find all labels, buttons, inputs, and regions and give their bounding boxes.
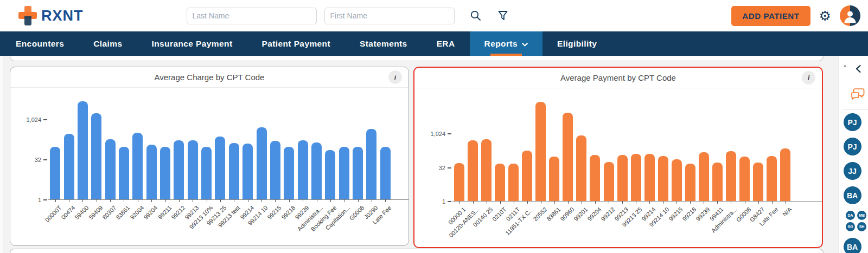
- last-name-input[interactable]: [187, 8, 317, 24]
- nav-item-eligibility[interactable]: Eligibility: [542, 31, 611, 56]
- y-tick-mark: [43, 159, 47, 160]
- sidebar-avatar-ba[interactable]: BA: [844, 186, 861, 204]
- x-tick-mark: [317, 199, 317, 202]
- bar-slot: 99212: [602, 96, 616, 201]
- x-tick-mark: [717, 201, 718, 204]
- x-tick-mark: [459, 201, 460, 204]
- x-tick-mark: [289, 199, 290, 202]
- chevron-left-icon[interactable]: [855, 64, 861, 75]
- bar-slot: 99204: [588, 96, 602, 201]
- sidebar-avatar-sh[interactable]: SH: [857, 222, 866, 231]
- nav-item-label: Statements: [360, 39, 407, 49]
- patient-search-fields: [187, 8, 455, 24]
- y-tick-mark: [448, 133, 451, 134]
- chat-icon[interactable]: [850, 86, 866, 104]
- x-tick-mark: [514, 201, 514, 204]
- chart-bar: [215, 137, 225, 199]
- chart-bar: [508, 164, 519, 201]
- y-tick-mark: [448, 167, 451, 168]
- x-tick-mark: [731, 201, 731, 204]
- x-tick-mark: [786, 201, 786, 204]
- info-icon[interactable]: i: [388, 70, 402, 84]
- chart-bar: [590, 155, 600, 201]
- sidebar-avatar-da[interactable]: DA: [846, 211, 855, 220]
- chart-bar: [132, 133, 143, 199]
- x-tick-mark: [487, 201, 487, 204]
- bar-slot: 99215: [670, 96, 684, 201]
- scroll-up-icon[interactable]: ▲: [843, 63, 847, 68]
- chart-title: Average Charge by CPT Code: [155, 73, 265, 82]
- x-tick-mark: [248, 199, 248, 202]
- filter-icon[interactable]: [497, 10, 509, 22]
- chart-bar: [767, 156, 777, 201]
- nav-item-encounters[interactable]: Encounters: [1, 31, 79, 56]
- first-name-input[interactable]: [324, 8, 455, 24]
- nav-item-patient-payment[interactable]: Patient Payment: [247, 31, 345, 56]
- x-tick-mark: [385, 199, 386, 202]
- chart-bar: [685, 164, 695, 201]
- nav-item-label: Patient Payment: [261, 39, 330, 49]
- bar-slot: 99214 10: [254, 95, 268, 199]
- bar-slot: 99211: [158, 95, 172, 199]
- chart-bar: [535, 102, 546, 201]
- chart-bar: [64, 134, 74, 199]
- bar-slot: Late Fee: [379, 95, 392, 199]
- sidebar-avatar-ba[interactable]: BA: [844, 238, 861, 253]
- x-tick-mark: [275, 199, 276, 202]
- nav-item-statements[interactable]: Statements: [345, 31, 422, 56]
- chart-bar: [549, 157, 559, 201]
- nav-item-insurance-payment[interactable]: Insurance Payment: [137, 31, 247, 56]
- chart-bar: [563, 113, 573, 201]
- sidebar-avatar-mb[interactable]: MB: [857, 211, 866, 220]
- rxnt-logo: RXNT: [18, 5, 84, 26]
- rxnt-plus-icon: [18, 5, 37, 26]
- nav-item-reports[interactable]: Reports: [470, 31, 542, 56]
- bar-slot: 99213 25: [629, 96, 643, 201]
- bar-slot: 99212: [172, 95, 186, 199]
- nav-item-label: Encounters: [16, 39, 64, 49]
- x-tick-mark: [622, 201, 623, 204]
- bar-slot: 99218: [684, 96, 697, 201]
- search-icon[interactable]: [470, 10, 482, 22]
- chevron-down-icon: [522, 39, 528, 49]
- right-sidebar: ▲ PJPJJJBADAMBSGSHBA: [839, 56, 868, 253]
- x-tick-mark: [124, 199, 124, 202]
- sidebar-avatar-pj[interactable]: PJ: [844, 138, 861, 155]
- bar-slot: Administra...: [724, 96, 738, 201]
- chart-bar: [454, 163, 464, 201]
- y-axis-tick: 1,024: [26, 116, 47, 123]
- x-tick-mark: [473, 201, 474, 204]
- sidebar-avatar-jj[interactable]: JJ: [844, 162, 861, 180]
- chart-bar: [522, 151, 532, 201]
- main-nav: EncountersClaimsInsurance PaymentPatient…: [0, 31, 868, 56]
- sidebar-avatar-group: DAMBSGSH: [846, 211, 866, 231]
- bar-slot: 80307: [103, 95, 117, 199]
- add-patient-button[interactable]: ADD PATIENT: [731, 6, 810, 26]
- sidebar-avatar-pj[interactable]: PJ: [844, 113, 861, 131]
- bar-slot: G0008: [738, 96, 751, 201]
- x-tick-mark: [358, 199, 359, 202]
- nav-item-era[interactable]: ERA: [422, 31, 470, 56]
- x-tick-mark: [220, 199, 221, 202]
- chart-bar: [174, 140, 184, 199]
- x-tick-mark: [541, 201, 541, 204]
- x-tick-mark: [527, 201, 528, 204]
- card-below-edge: [10, 249, 824, 253]
- info-icon[interactable]: i: [802, 71, 815, 85]
- bar-slot: 99213 10%: [200, 95, 213, 199]
- gear-icon[interactable]: ⚙: [819, 9, 831, 23]
- nav-item-claims[interactable]: Claims: [79, 31, 137, 56]
- chart-bar: [270, 141, 280, 199]
- sidebar-avatar-sg[interactable]: SG: [846, 222, 855, 231]
- bar-slot: G8427: [751, 96, 765, 201]
- logo-text: RXNT: [41, 8, 84, 24]
- chart-bar: [201, 147, 212, 199]
- chart-bar: [366, 129, 376, 199]
- bar-slot: 99214: [643, 96, 656, 201]
- nav-item-label: Claims: [93, 39, 122, 49]
- chart-bar: [604, 162, 614, 201]
- user-avatar[interactable]: [840, 5, 860, 26]
- x-tick-mark: [82, 199, 83, 202]
- bar-slot: N/A: [778, 96, 792, 201]
- y-axis-tick: 1,024: [430, 131, 451, 137]
